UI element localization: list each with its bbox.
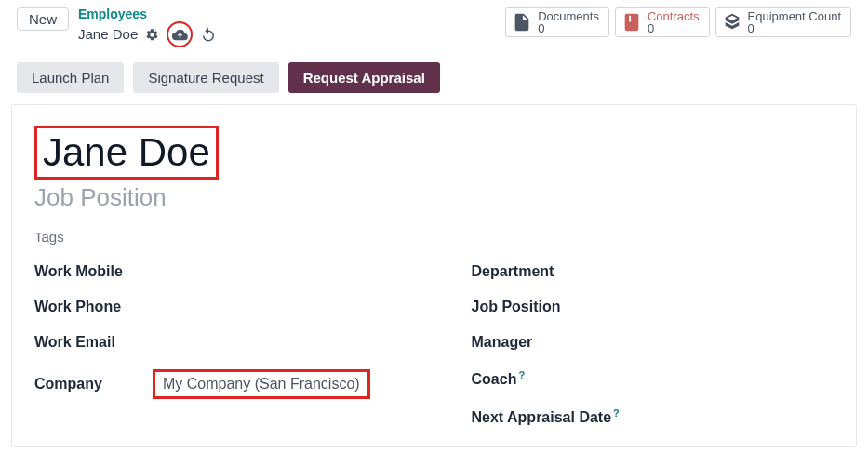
work-mobile-label: Work Mobile [34, 263, 141, 280]
equipment-count: 0 [748, 22, 841, 34]
employee-name[interactable]: Jane Doe [37, 128, 216, 177]
equipment-stat[interactable]: Equipment Count 0 [715, 7, 851, 37]
fields-grid: Work Mobile Work Phone Work Email Compan… [34, 263, 834, 426]
cubes-icon [722, 12, 742, 33]
work-email-row: Work Email [34, 334, 397, 351]
file-icon [512, 12, 532, 33]
work-phone-label: Work Phone [34, 299, 141, 315]
request-appraisal-button[interactable]: Request Appraisal [288, 62, 440, 93]
documents-count: 0 [538, 22, 599, 34]
equipment-label: Equipment Count [748, 10, 841, 22]
cloud-save-button[interactable] [167, 21, 193, 47]
stat-boxes: Documents 0 Contracts 0 Equipment Count … [505, 7, 851, 37]
contracts-label: Contracts [648, 10, 700, 22]
tags-label[interactable]: Tags [34, 229, 834, 245]
next-appraisal-date-row: Next Appraisal Date? [472, 407, 835, 426]
breadcrumb-area: Employees Jane Doe [78, 7, 217, 47]
contracts-stat[interactable]: Contracts 0 [615, 7, 710, 37]
job-position-row: Job Position [472, 299, 835, 315]
company-value-highlight: My Company (San Francisco) [153, 369, 370, 399]
cloud-upload-icon [172, 27, 188, 43]
breadcrumb-current: Jane Doe [78, 27, 138, 43]
documents-label: Documents [538, 10, 599, 22]
department-label: Department [472, 263, 579, 280]
employee-form-card: Jane Doe Job Position Tags Work Mobile W… [11, 104, 857, 447]
equipment-stat-text: Equipment Count 0 [748, 10, 841, 34]
top-bar: New Employees Jane Doe Documents 0 Contr… [0, 0, 868, 55]
fields-column-left: Work Mobile Work Phone Work Email Compan… [34, 263, 397, 426]
launch-plan-button[interactable]: Launch Plan [17, 62, 124, 93]
manager-row: Manager [472, 334, 835, 351]
signature-request-button[interactable]: Signature Request [133, 62, 278, 93]
help-icon[interactable]: ? [518, 369, 525, 380]
company-label: Company [34, 376, 141, 393]
work-mobile-row: Work Mobile [34, 263, 397, 280]
help-icon[interactable]: ? [613, 407, 620, 419]
work-email-label: Work Email [34, 334, 141, 351]
documents-stat-text: Documents 0 [538, 10, 599, 34]
next-appraisal-date-label: Next Appraisal Date? [472, 407, 639, 426]
new-button[interactable]: New [17, 7, 69, 31]
contracts-count: 0 [648, 22, 700, 34]
breadcrumb-root[interactable]: Employees [78, 7, 217, 21]
coach-label: Coach? [472, 369, 579, 388]
book-icon [621, 12, 642, 33]
name-highlight: Jane Doe [34, 126, 219, 180]
action-row: Launch Plan Signature Request Request Ap… [0, 55, 868, 104]
contracts-stat-text: Contracts 0 [648, 10, 700, 34]
department-row: Department [472, 263, 835, 280]
breadcrumb-current-row: Jane Doe [78, 21, 217, 47]
manager-label: Manager [472, 334, 579, 351]
job-position-label: Job Position [472, 299, 579, 315]
job-position-placeholder[interactable]: Job Position [34, 183, 834, 212]
fields-column-right: Department Job Position Manager Coach? N… [472, 263, 835, 426]
gear-icon[interactable] [145, 28, 159, 42]
company-row: Company My Company (San Francisco) [34, 369, 397, 399]
documents-stat[interactable]: Documents 0 [505, 7, 609, 37]
work-phone-row: Work Phone [34, 299, 397, 315]
coach-row: Coach? [472, 369, 835, 388]
discard-icon[interactable] [200, 26, 217, 43]
company-value[interactable]: My Company (San Francisco) [163, 376, 360, 392]
